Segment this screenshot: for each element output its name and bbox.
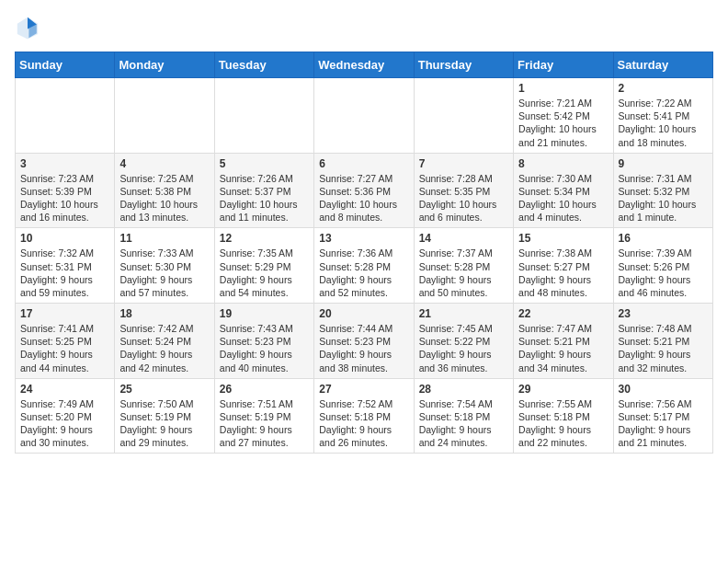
day-info: Sunrise: 7:37 AM (419, 247, 508, 259)
day-info: Sunrise: 7:21 AM (518, 97, 608, 109)
day-info: Sunset: 5:37 PM (220, 185, 309, 198)
page-header (15, 15, 713, 40)
day-number: 26 (220, 383, 309, 396)
calendar-week-row: 3Sunrise: 7:23 AMSunset: 5:39 PMDaylight… (16, 153, 713, 228)
calendar-cell: 18Sunrise: 7:42 AMSunset: 5:24 PMDayligh… (115, 304, 214, 379)
day-info: Daylight: 9 hours and 48 minutes. (518, 273, 608, 299)
day-info: Daylight: 9 hours and 57 minutes. (119, 273, 209, 299)
calendar-cell: 16Sunrise: 7:39 AMSunset: 5:26 PMDayligh… (613, 228, 712, 304)
day-info: Daylight: 9 hours and 32 minutes. (619, 348, 708, 373)
calendar-cell: 22Sunrise: 7:47 AMSunset: 5:21 PMDayligh… (514, 304, 613, 379)
calendar-cell: 25Sunrise: 7:50 AMSunset: 5:19 PMDayligh… (115, 378, 214, 454)
day-info: Sunset: 5:31 PM (20, 260, 109, 273)
day-info: Sunrise: 7:32 AM (20, 247, 109, 259)
day-info: Daylight: 10 hours and 1 minute. (619, 198, 708, 224)
day-info: Sunrise: 7:45 AM (419, 322, 508, 335)
day-number: 8 (518, 157, 608, 170)
day-info: Sunset: 5:36 PM (319, 185, 408, 198)
day-info: Sunset: 5:18 PM (319, 410, 408, 423)
calendar-cell: 21Sunrise: 7:45 AMSunset: 5:22 PMDayligh… (414, 304, 513, 379)
calendar-cell: 23Sunrise: 7:48 AMSunset: 5:21 PMDayligh… (613, 304, 712, 379)
day-number: 14 (419, 232, 508, 245)
calendar-cell: 5Sunrise: 7:26 AMSunset: 5:37 PMDaylight… (214, 153, 313, 228)
calendar-cell: 7Sunrise: 7:28 AMSunset: 5:35 PMDaylight… (414, 153, 513, 228)
day-info: Sunset: 5:19 PM (119, 410, 209, 423)
day-info: Sunset: 5:21 PM (518, 335, 608, 348)
day-info: Daylight: 9 hours and 27 minutes. (220, 423, 309, 449)
calendar-cell: 28Sunrise: 7:54 AMSunset: 5:18 PMDayligh… (414, 378, 513, 454)
day-info: Sunset: 5:20 PM (20, 410, 109, 423)
calendar-week-row: 24Sunrise: 7:49 AMSunset: 5:20 PMDayligh… (16, 378, 713, 454)
day-info: Daylight: 9 hours and 44 minutes. (20, 348, 109, 373)
column-header-wednesday: Wednesday (314, 52, 414, 78)
day-info: Sunset: 5:22 PM (419, 335, 508, 348)
day-info: Daylight: 9 hours and 36 minutes. (419, 348, 508, 373)
calendar-cell: 10Sunrise: 7:32 AMSunset: 5:31 PMDayligh… (16, 228, 115, 304)
day-info: Sunset: 5:28 PM (319, 260, 408, 273)
day-info: Daylight: 10 hours and 11 minutes. (220, 198, 309, 224)
day-info: Daylight: 10 hours and 18 minutes. (619, 122, 708, 148)
day-info: Sunset: 5:32 PM (619, 185, 708, 198)
calendar-cell: 15Sunrise: 7:38 AMSunset: 5:27 PMDayligh… (514, 228, 613, 304)
calendar-cell: 29Sunrise: 7:55 AMSunset: 5:18 PMDayligh… (514, 378, 613, 454)
day-info: Sunset: 5:27 PM (518, 260, 608, 273)
day-info: Sunrise: 7:44 AM (319, 322, 408, 335)
day-info: Daylight: 9 hours and 54 minutes. (220, 273, 309, 299)
day-info: Sunset: 5:21 PM (619, 335, 708, 348)
day-number: 12 (220, 232, 309, 245)
day-number: 4 (119, 157, 209, 170)
calendar-week-row: 10Sunrise: 7:32 AMSunset: 5:31 PMDayligh… (16, 228, 713, 304)
calendar-cell: 20Sunrise: 7:44 AMSunset: 5:23 PMDayligh… (314, 304, 414, 379)
day-info: Daylight: 9 hours and 46 minutes. (619, 273, 708, 299)
day-info: Sunrise: 7:25 AM (119, 172, 209, 185)
calendar-cell: 30Sunrise: 7:56 AMSunset: 5:17 PMDayligh… (613, 378, 712, 454)
day-number: 25 (119, 383, 209, 396)
day-number: 22 (518, 307, 608, 320)
calendar-cell: 4Sunrise: 7:25 AMSunset: 5:38 PMDaylight… (115, 153, 214, 228)
day-info: Daylight: 9 hours and 30 minutes. (20, 423, 109, 449)
calendar-cell: 1Sunrise: 7:21 AMSunset: 5:42 PMDaylight… (514, 78, 613, 154)
day-number: 1 (518, 82, 608, 95)
day-info: Sunrise: 7:27 AM (319, 172, 408, 185)
logo-icon (15, 15, 40, 40)
day-info: Sunrise: 7:48 AM (619, 322, 708, 335)
day-info: Sunset: 5:26 PM (619, 260, 708, 273)
calendar-week-row: 17Sunrise: 7:41 AMSunset: 5:25 PMDayligh… (16, 304, 713, 379)
day-info: Sunrise: 7:41 AM (20, 322, 109, 335)
day-info: Sunset: 5:18 PM (518, 410, 608, 423)
day-info: Daylight: 10 hours and 16 minutes. (20, 198, 109, 224)
day-info: Daylight: 9 hours and 50 minutes. (419, 273, 508, 299)
day-number: 16 (619, 232, 708, 245)
day-info: Sunrise: 7:47 AM (518, 322, 608, 335)
day-info: Daylight: 10 hours and 13 minutes. (119, 198, 209, 224)
day-number: 5 (220, 157, 309, 170)
day-info: Daylight: 9 hours and 52 minutes. (319, 273, 408, 299)
day-info: Sunrise: 7:56 AM (619, 397, 708, 410)
day-info: Sunrise: 7:51 AM (220, 397, 309, 410)
day-info: Daylight: 9 hours and 29 minutes. (119, 423, 209, 449)
day-info: Sunset: 5:19 PM (220, 410, 309, 423)
day-info: Daylight: 10 hours and 6 minutes. (419, 198, 508, 224)
column-header-monday: Monday (115, 52, 214, 78)
calendar-cell: 13Sunrise: 7:36 AMSunset: 5:28 PMDayligh… (314, 228, 414, 304)
calendar-cell: 14Sunrise: 7:37 AMSunset: 5:28 PMDayligh… (414, 228, 513, 304)
calendar-cell: 3Sunrise: 7:23 AMSunset: 5:39 PMDaylight… (16, 153, 115, 228)
day-info: Sunrise: 7:36 AM (319, 247, 408, 259)
day-info: Sunset: 5:39 PM (20, 185, 109, 198)
day-number: 7 (419, 157, 508, 170)
day-number: 6 (319, 157, 408, 170)
day-info: Sunrise: 7:55 AM (518, 397, 608, 410)
calendar-cell: 2Sunrise: 7:22 AMSunset: 5:41 PMDaylight… (613, 78, 712, 154)
day-number: 21 (419, 307, 508, 320)
day-info: Daylight: 9 hours and 38 minutes. (319, 348, 408, 373)
day-info: Daylight: 9 hours and 34 minutes. (518, 348, 608, 373)
day-info: Sunset: 5:28 PM (419, 260, 508, 273)
day-info: Daylight: 9 hours and 42 minutes. (119, 348, 209, 373)
day-info: Sunrise: 7:52 AM (319, 397, 408, 410)
calendar-cell: 8Sunrise: 7:30 AMSunset: 5:34 PMDaylight… (514, 153, 613, 228)
day-info: Sunrise: 7:28 AM (419, 172, 508, 185)
calendar-cell (214, 78, 313, 154)
calendar-header-row: SundayMondayTuesdayWednesdayThursdayFrid… (16, 52, 713, 78)
day-number: 29 (518, 383, 608, 396)
day-info: Sunset: 5:25 PM (20, 335, 109, 348)
